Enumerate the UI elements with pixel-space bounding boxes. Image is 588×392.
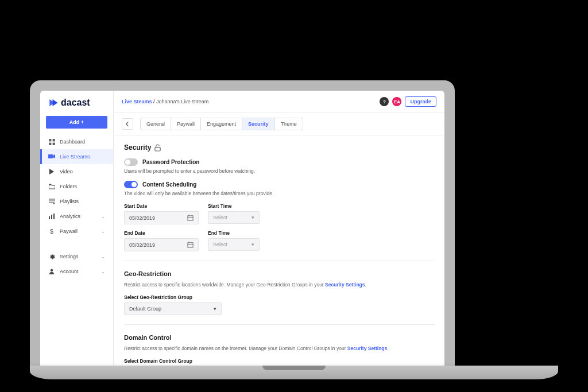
user-icon [48, 268, 55, 275]
nav-label: Folders [60, 184, 77, 189]
end-time-label: End Time [208, 230, 260, 236]
end-time-select[interactable]: Select ▾ [208, 238, 260, 251]
nav-account[interactable]: Account ⌄ [40, 264, 113, 279]
security-settings-link[interactable]: Security Settings [325, 282, 365, 288]
caret-down-icon: ▾ [214, 306, 216, 312]
password-protection-desc: Users will be prompted to enter a passwo… [124, 168, 434, 174]
chevron-down-icon: ⌄ [101, 254, 105, 259]
geo-heading: Geo-Restriction [124, 270, 434, 277]
nav-dashboard[interactable]: Dashboard [40, 134, 113, 149]
security-heading: Security [124, 143, 434, 152]
gear-icon [48, 253, 55, 260]
list-icon [48, 198, 55, 205]
start-time-select[interactable]: Select ▾ [208, 211, 260, 224]
password-protection-toggle[interactable] [124, 158, 138, 166]
content-scheduling-desc: The video will only be available between… [124, 191, 434, 196]
calendar-icon [187, 242, 194, 248]
password-protection-label: Password Protection [142, 159, 199, 165]
content-scheduling-row: Content Scheduling [124, 181, 434, 188]
calendar-icon [187, 215, 194, 221]
svg-rect-0 [49, 139, 51, 141]
dashboard-icon [48, 138, 55, 145]
nav-paywall[interactable]: $ Paywall ⌄ [40, 224, 113, 239]
caret-down-icon: ▾ [252, 242, 254, 247]
start-date-label: Start Date [124, 203, 199, 209]
content-scheduling-label: Content Scheduling [142, 181, 196, 188]
folder-icon [48, 183, 55, 190]
start-date-input[interactable]: 05/02/2019 [124, 211, 199, 224]
svg-rect-2 [49, 142, 51, 145]
topbar: Live Steams / Johanna's Live Stream ? EA… [114, 91, 444, 113]
nav-label: Account [60, 269, 79, 274]
bars-icon [48, 213, 55, 220]
tab-theme[interactable]: Theme [275, 118, 303, 130]
start-time-label: Start Time [208, 203, 260, 209]
divider [124, 324, 434, 325]
add-button[interactable]: Add + [46, 116, 107, 129]
breadcrumb-parent[interactable]: Live Steams [122, 99, 152, 104]
nav-analytics[interactable]: Analytics ⌄ [40, 209, 113, 224]
chevron-down-icon: ⌄ [101, 229, 105, 234]
nav-label: Analytics [60, 214, 80, 219]
avatar[interactable]: EA [392, 97, 401, 106]
domain-heading: Domain Control [124, 334, 434, 341]
nav-video[interactable]: Video [40, 164, 113, 179]
nav-label: Playlists [60, 199, 79, 204]
help-icon[interactable]: ? [380, 97, 389, 106]
domain-select-label: Select Domain Control Group [124, 358, 434, 364]
svg-rect-10 [53, 214, 55, 219]
breadcrumb-current: Johanna's Live Stream [156, 99, 208, 104]
nav: Dashboard Live Streams Video Folders Pla… [40, 134, 113, 366]
chevron-down-icon: ⌄ [101, 269, 105, 274]
tab-general[interactable]: General [141, 118, 171, 130]
svg-rect-17 [188, 243, 193, 247]
nav-label: Paywall [60, 228, 78, 234]
svg-rect-9 [51, 215, 52, 219]
end-date-label: End Date [124, 230, 199, 236]
nav-playlists[interactable]: Playlists [40, 194, 113, 209]
svg-rect-3 [52, 142, 55, 145]
security-settings-link[interactable]: Security Settings [347, 346, 387, 351]
svg-rect-13 [188, 216, 193, 220]
main-panel: Live Steams / Johanna's Live Stream ? EA… [114, 91, 444, 366]
svg-rect-1 [52, 139, 55, 141]
back-button[interactable] [122, 118, 133, 130]
svg-rect-12 [155, 147, 160, 150]
brand-logo: dacast [40, 91, 113, 114]
content-scheduling-toggle[interactable] [124, 181, 138, 188]
upgrade-button[interactable]: Upgrade [405, 96, 436, 107]
nav-label: Settings [60, 254, 79, 259]
tabbar: General Paywall Engagement Security Them… [114, 113, 444, 135]
tab-engagement[interactable]: Engagement [201, 118, 242, 130]
brand-name: dacast [61, 98, 90, 108]
nav-label: Live Streams [60, 154, 90, 160]
play-icon [48, 168, 55, 175]
lock-open-icon [154, 144, 161, 152]
camera-icon [48, 153, 55, 160]
geo-desc: Restrict access to specific locations wo… [124, 282, 434, 288]
nav-label: Video [60, 169, 73, 174]
svg-rect-8 [49, 216, 50, 219]
tab-security[interactable]: Security [242, 118, 275, 130]
password-protection-row: Password Protection [124, 158, 434, 166]
geo-select-label: Select Geo-Restriction Group [124, 294, 434, 300]
nav-live-streams[interactable]: Live Streams [40, 149, 113, 164]
svg-rect-4 [48, 154, 53, 158]
divider [124, 261, 434, 261]
geo-select[interactable]: Default Group ▾ [124, 302, 222, 315]
end-date-input[interactable]: 05/02/2019 [124, 238, 199, 251]
dollar-icon: $ [48, 228, 55, 235]
nav-label: Dashboard [60, 139, 85, 145]
nav-folders[interactable]: Folders [40, 179, 113, 194]
breadcrumb: Live Steams / Johanna's Live Stream [122, 99, 208, 104]
tab-paywall[interactable]: Paywall [171, 118, 201, 130]
tabs: General Paywall Engagement Security Them… [140, 118, 303, 130]
caret-down-icon: ▾ [252, 215, 254, 220]
chevron-down-icon: ⌄ [101, 214, 105, 219]
domain-desc: Restrict access to specific domain names… [124, 346, 434, 351]
svg-point-11 [51, 269, 53, 271]
sidebar: dacast Add + Dashboard Live Streams Vide… [40, 91, 114, 366]
nav-settings[interactable]: Settings ⌄ [40, 249, 113, 264]
chevron-left-icon [125, 122, 130, 126]
logo-icon [48, 98, 59, 108]
